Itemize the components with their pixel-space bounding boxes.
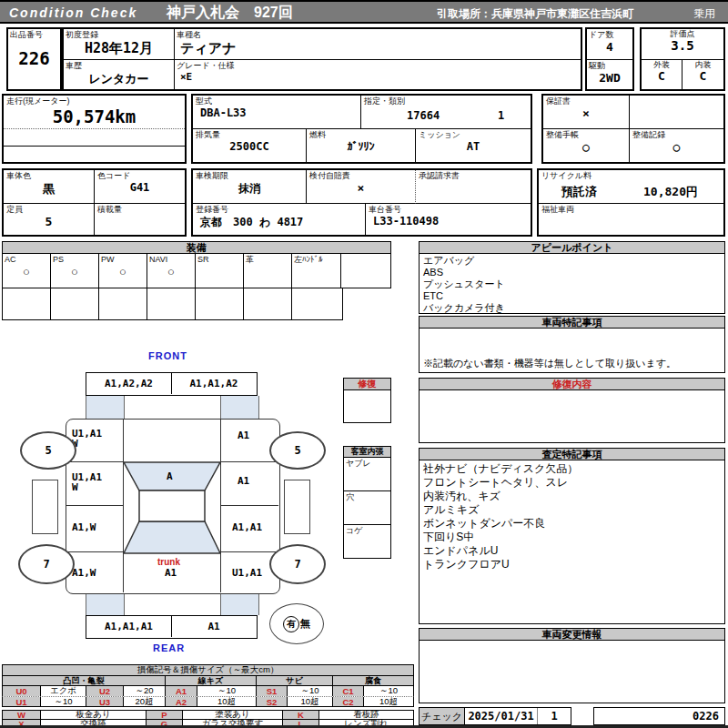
legend-desc: エクボ <box>41 686 86 696</box>
legend-code: C2 <box>333 697 364 706</box>
brand-logo: Condition Check <box>9 5 137 20</box>
legend-desc: 10超 <box>364 697 413 706</box>
model-code-label: 型式 <box>193 96 360 106</box>
rear-bumper-left-codes: A1,A1,A1 <box>86 616 172 637</box>
appeal-panel: アピールポイント エアバッグ ABS プッシュスタート ETC バックカメラ付き <box>419 241 725 314</box>
spare-tire-indicator: 有 無 <box>269 603 324 644</box>
insurance-mark: × <box>307 181 415 195</box>
load-label: 積載量 <box>95 204 185 215</box>
taillight-right <box>220 594 259 615</box>
trunk-code: A1 <box>165 568 177 578</box>
auction-title: 神戸入札会 927回 <box>167 4 293 23</box>
legend-desc: ～20 <box>124 686 166 696</box>
assessment-title: 査定特記事項 <box>419 448 725 460</box>
repair-mini-title: 修復 <box>343 378 391 390</box>
damage-legend: 損傷記号＆損傷サイズ（～最大cm） 凸凹・亀裂 線キズ サビ 腐食 U0 エクボ… <box>2 664 414 728</box>
rocker-panel-left <box>32 480 58 534</box>
change-info-panel: 車両変更情報 <box>419 628 725 703</box>
exterior-label: 外装 <box>642 60 682 69</box>
legend-code: A1 <box>166 686 197 696</box>
assessment-item: 下回りS中 <box>423 531 721 544</box>
assessment-item: フロントシートヘタリ、スレ <box>423 476 721 490</box>
front-bumper-left-codes: A1,A2,A2 <box>86 373 172 394</box>
first-reg-value: H28年12月 <box>64 40 174 57</box>
legend-desc: 20超 <box>124 697 166 706</box>
inspection-label: 車検期限 <box>193 170 306 181</box>
headlight-right <box>220 396 259 419</box>
front-bumper: A1,A2,A2 A1,A1,A2 <box>86 372 258 396</box>
legend-desc: ～10 <box>197 686 257 696</box>
interior-lining-panel: 客室内張 ヤブレ 穴 コゲ <box>343 446 391 559</box>
plate-label: 登録番号 <box>193 204 365 215</box>
recycle-status: 預託済 <box>561 184 597 200</box>
wheel-rear-left: 7 <box>18 544 75 584</box>
mileage-box: 走行(現メーター) 50,574km <box>2 94 187 164</box>
appeal-item: エアバッグ <box>423 255 721 267</box>
fuel-value: ｶﾞｿﾘﾝ <box>307 140 415 153</box>
car-body: U1,A1W U1,A1W A1,W A1,W A1 A1 A1,A1 U1,A… <box>66 419 280 594</box>
legend-group-rust: サビ <box>257 676 333 686</box>
front-bumper-right-codes: A1,A1,A2 <box>172 373 256 394</box>
equipment-table: 装備 AC○ PS○ PW○ NAVI○ SR 革 左ﾊﾝﾄﾞﾙ <box>2 241 391 321</box>
equip-ac-label: AC <box>3 254 50 265</box>
recycle-box: リサイクル料 預託済 10,820円 福祉車両 <box>537 168 725 237</box>
legend-desc: ～10 <box>364 686 413 696</box>
legend-code: U3 <box>86 697 124 706</box>
color-code-value: G41 <box>95 181 185 194</box>
rocker-panel-right <box>284 480 310 534</box>
grade-label: グレード・仕様 <box>175 60 581 71</box>
model-name-value: ティアナ <box>175 40 581 57</box>
exterior-grade: C <box>642 69 682 83</box>
vehicle-category: 乗用 <box>693 6 715 22</box>
wheel-rear-right: 7 <box>269 544 326 584</box>
body-color-value: 黒 <box>4 181 94 197</box>
rear-label: REAR <box>153 642 185 653</box>
engine-box: 型式 DBA-L33 指定・類別 17664 1 排気量 2500CC 燃料 ｶ… <box>191 94 532 164</box>
fuel-label: 燃料 <box>307 129 415 140</box>
right-rear-fender-codes: U1,A1 <box>232 568 262 578</box>
doors-label: ドア数 <box>587 29 632 40</box>
mileage-value: 50,574km <box>4 106 185 126</box>
assessment-item: トランクフロアU <box>423 558 721 571</box>
vin-value: L33-110498 <box>366 215 531 228</box>
plate-value: 京都 300 わ 4817 <box>193 215 365 230</box>
recycle-label: リサイクル料 <box>539 170 723 181</box>
capacity-label: 定員 <box>4 204 94 215</box>
drive-label: 駆動 <box>587 60 632 71</box>
check-count: 1 <box>538 708 571 724</box>
lot-number-box: 出品番号 226 <box>6 27 62 91</box>
warranty-mark: × <box>543 106 629 120</box>
assessment-item: エンドパネルU <box>423 544 721 558</box>
left-rear-fender-codes: A1,W <box>72 568 96 578</box>
left-front-fender-codes: U1,A1W <box>72 429 102 449</box>
right-rear-door-codes: A1,A1 <box>232 522 262 532</box>
interior-row-tear: ヤブレ <box>344 458 390 469</box>
appeal-item: ABS <box>423 267 721 278</box>
legend-code: U1 <box>3 697 41 706</box>
right-front-door-codes: A1 <box>238 476 249 486</box>
transmission-label: ミッション <box>416 129 531 140</box>
legend-desc: 10超 <box>197 697 257 706</box>
lot-number-value: 226 <box>8 40 60 76</box>
displacement-value: 2500CC <box>193 140 306 153</box>
transmission-value: AT <box>416 140 531 153</box>
legend-code: C1 <box>333 686 364 696</box>
color-code-label: 色コード <box>95 170 185 181</box>
welfare-label: 福祉車両 <box>539 204 723 215</box>
repair-mini-panel: 修復 <box>343 378 391 423</box>
grade-value: ×E <box>175 71 581 83</box>
rear-bumper-right-codes: A1 <box>172 616 256 637</box>
assessment-item: 内装汚れ、キズ <box>423 490 721 503</box>
assessment-panel: 査定特記事項 社外ナビ（ナビディスク欠品） フロントシートヘタリ、スレ 内装汚れ… <box>419 448 725 624</box>
lot-number-label: 出品番号 <box>8 29 60 40</box>
appeal-item: ETC <box>423 290 721 302</box>
vehicle-notes-panel: 車両特記事項 ※記載のない書類・機器等は無しとして取り扱います。 <box>419 316 725 373</box>
equip-extra-label <box>341 254 390 256</box>
service-book-mark: ○ <box>543 140 629 154</box>
equip-navi-label: NAVI <box>147 254 195 265</box>
interior-grade: C <box>682 69 723 83</box>
color-capacity-box: 車体色 黒 色コード G41 定員 5 積載量 <box>2 168 187 237</box>
interior-label: 内装 <box>682 60 723 69</box>
equip-navi-mark: ○ <box>147 265 195 278</box>
documents-box: 保証書 × 整備手帳 ○ 整備記録 ○ <box>541 94 725 164</box>
